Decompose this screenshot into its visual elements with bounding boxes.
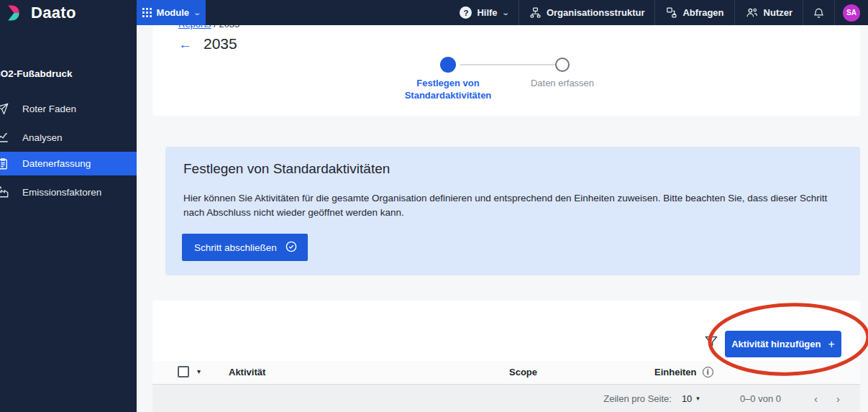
rows-per-page-label: Zeilen pro Seite: xyxy=(603,393,672,404)
sidebar-item-label: Emissionsfaktoren xyxy=(22,187,101,198)
top-navigation-bar: Daato Module ⌄ ? Hilfe ⌄ Organisationsst… xyxy=(0,0,868,25)
bell-icon xyxy=(813,6,825,19)
user-avatar-cell: SA xyxy=(834,0,868,25)
step-2-dot-inactive xyxy=(555,58,570,72)
step-1-dot-active xyxy=(440,57,456,73)
sidebar-section-title: CO2-Fußabdruck xyxy=(0,68,73,79)
add-activity-button-label: Aktivität hinzufügen xyxy=(731,339,821,349)
report-header-card: Reports / 2035 ← 2035 Festlegen von Stan… xyxy=(152,25,860,116)
step-2-label: Daten erfassen xyxy=(512,78,613,88)
notifications-button[interactable] xyxy=(803,0,834,25)
grid-icon xyxy=(142,8,152,17)
module-menu-label: Module xyxy=(157,7,190,18)
sidebar-item-datenerfassung[interactable]: Datenerfassung xyxy=(0,152,137,175)
rows-per-page-value: 10 xyxy=(682,393,692,404)
complete-step-button-label: Schritt abschließen xyxy=(194,242,277,253)
check-circle-icon xyxy=(285,241,297,255)
select-all-checkbox[interactable] xyxy=(178,366,189,377)
help-menu[interactable]: ? Hilfe ⌄ xyxy=(449,0,518,25)
select-dropdown-arrow-icon[interactable]: ▾ xyxy=(197,367,201,375)
plus-icon: + xyxy=(828,338,834,351)
sidebar: CO2-Fußabdruck Roter Faden Analysen Date… xyxy=(0,25,137,412)
stepper-connector xyxy=(460,64,555,65)
chart-icon xyxy=(0,131,11,144)
rows-per-page-select[interactable]: 10 ▾ xyxy=(682,393,700,404)
table-header-row: ▾ Aktivität Scope Einheiten i xyxy=(152,361,860,384)
pagination-prev-icon[interactable]: ‹ xyxy=(814,393,818,405)
page-title: 2035 xyxy=(204,35,237,52)
help-label: Hilfe xyxy=(477,7,497,18)
back-arrow-icon[interactable]: ← xyxy=(178,37,192,51)
step-info-title: Festlegen von Standardaktivitäten xyxy=(183,161,390,177)
step-info-panel: Festlegen von Standardaktivitäten Hier k… xyxy=(165,147,860,275)
module-menu-button[interactable]: Module ⌄ xyxy=(137,0,206,25)
step-info-description: Hier können Sie Aktivitäten für die gesa… xyxy=(183,191,844,219)
clipboard-icon xyxy=(0,157,11,170)
org-structure-label: Organisationsstruktur xyxy=(547,7,645,18)
sidebar-item-label: Roter Faden xyxy=(22,104,76,114)
rows-per-page-dropdown-icon: ▾ xyxy=(696,395,700,402)
brand-logo[interactable]: Daato xyxy=(6,0,76,25)
org-chart-icon xyxy=(529,6,542,19)
sidebar-item-label: Analysen xyxy=(22,132,63,143)
queries-nav[interactable]: Abfragen xyxy=(654,0,734,25)
column-header-aktivitaet: Aktivität xyxy=(229,367,265,377)
app-root: Reports / 2035 ← 2035 Festlegen von Stan… xyxy=(0,0,868,412)
avatar[interactable]: SA xyxy=(843,4,860,22)
pagination-range: 0–0 von 0 xyxy=(740,393,781,404)
chevron-down-icon: ⌄ xyxy=(501,9,510,17)
complete-step-button[interactable]: Schritt abschließen xyxy=(182,234,308,261)
paper-plane-icon xyxy=(0,102,11,115)
column-header-einheiten: Einheiten i xyxy=(654,367,713,377)
step-1-label: Festlegen von Standardaktivitäten xyxy=(390,78,506,102)
sidebar-item-analysen[interactable]: Analysen xyxy=(0,124,137,150)
info-icon[interactable]: i xyxy=(703,367,713,377)
workflow-icon xyxy=(665,6,677,19)
column-header-scope: Scope xyxy=(509,367,537,377)
pagination-next-icon[interactable]: › xyxy=(836,393,840,405)
chevron-down-icon: ⌄ xyxy=(193,9,201,17)
sidebar-item-emissionsfaktoren[interactable]: Emissionsfaktoren xyxy=(0,179,137,205)
filter-icon[interactable] xyxy=(703,334,721,351)
pagination-row: Zeilen pro Seite: 10 ▾ 0–0 von 0 ‹ › xyxy=(152,384,860,412)
users-label: Nutzer xyxy=(764,7,792,18)
factory-icon xyxy=(0,186,11,198)
queries-label: Abfragen xyxy=(682,7,723,18)
users-icon xyxy=(745,6,759,19)
add-activity-button[interactable]: Aktivität hinzufügen + xyxy=(725,331,841,357)
org-structure-nav[interactable]: Organisationsstruktur xyxy=(518,0,655,25)
help-circle-icon: ? xyxy=(460,6,472,19)
sidebar-item-label: Datenerfassung xyxy=(22,158,91,169)
column-header-einheiten-label: Einheiten xyxy=(654,367,697,377)
daato-logo-icon xyxy=(6,4,24,22)
users-nav[interactable]: Nutzer xyxy=(734,0,803,25)
brand-name: Daato xyxy=(31,4,76,22)
sidebar-item-roter-faden[interactable]: Roter Faden xyxy=(0,96,137,122)
